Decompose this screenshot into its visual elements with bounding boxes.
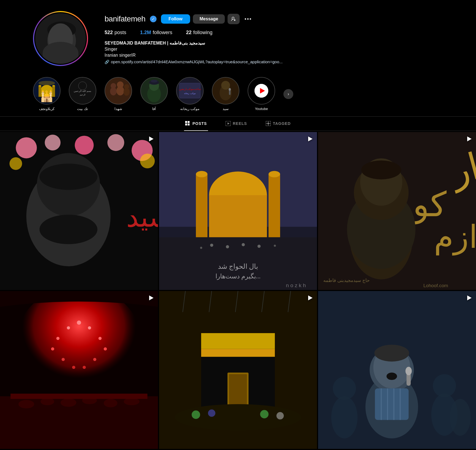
svg-point-89 — [258, 245, 261, 248]
svg-rect-17 — [41, 90, 53, 98]
svg-marker-76 — [149, 136, 154, 141]
svg-point-13 — [247, 18, 248, 20]
tab-posts[interactable]: POSTS — [184, 117, 208, 131]
posts-tab-icon — [185, 121, 190, 126]
svg-point-125 — [61, 398, 76, 407]
highlight-takbeit[interactable]: بسم الله الرحمن الرحیم تك بيت — [69, 77, 96, 111]
following-stat[interactable]: 22 following — [186, 30, 212, 35]
posts-label: posts — [114, 30, 126, 35]
highlight-moukeb[interactable]: ساخت‌موکب‌اربعین موکب ریحانه موكب ريحانه — [176, 77, 204, 111]
post-item-6[interactable] — [318, 291, 476, 449]
highlights-next-button[interactable]: › — [283, 89, 293, 99]
svg-point-33 — [124, 88, 130, 96]
following-label: following — [193, 30, 212, 35]
svg-point-67 — [107, 134, 124, 151]
post-item-2[interactable]: بال الحواج شد بگیرم دست‌هارا... n o z k … — [159, 132, 317, 290]
highlight-label-karbala: کربلاونجف — [39, 107, 54, 111]
svg-text:Lohoof.com: Lohoof.com — [423, 283, 448, 288]
svg-point-9 — [232, 17, 234, 19]
svg-rect-0 — [35, 13, 86, 64]
message-button[interactable]: Message — [193, 14, 225, 24]
svg-rect-52 — [188, 121, 190, 123]
highlight-agha[interactable]: آقا — [140, 77, 168, 111]
highlight-label-seyyed: سيد — [223, 107, 229, 111]
svg-point-124 — [40, 398, 54, 405]
highlight-label-tak: تك بيت — [77, 107, 88, 111]
highlight-label-shohada: شهدا — [114, 107, 122, 111]
post-image-6 — [318, 291, 476, 449]
svg-point-127 — [104, 399, 117, 407]
agha-image — [141, 78, 167, 104]
svg-point-165 — [333, 377, 356, 400]
svg-point-142 — [260, 410, 269, 418]
post-video-indicator-5 — [307, 295, 313, 303]
svg-rect-20 — [52, 86, 55, 98]
tab-reels[interactable]: REELS — [225, 117, 248, 131]
svg-point-117 — [104, 347, 107, 350]
highlight-shohada[interactable]: شهدا — [105, 77, 132, 111]
svg-point-105 — [361, 160, 401, 179]
highlight-seyyed[interactable]: سيد — [212, 77, 239, 111]
bio-name: SEYEDMAJID BANIFATEMEH | سیدمجید بنی‌فاط… — [105, 40, 454, 46]
tab-tagged[interactable]: TAGGED — [265, 117, 292, 131]
svg-point-58 — [267, 123, 269, 124]
svg-point-39 — [151, 80, 157, 83]
svg-point-65 — [45, 135, 61, 150]
svg-point-46 — [221, 81, 230, 90]
tak-image: بسم الله الرحمن الرحیم — [69, 78, 96, 104]
svg-marker-108 — [467, 136, 472, 141]
add-friend-button[interactable] — [228, 14, 240, 24]
svg-text:بال الحواج شد: بال الحواج شد — [218, 263, 258, 271]
verified-icon: ✓ — [152, 17, 155, 21]
svg-point-160 — [374, 345, 409, 361]
bio-role: Singer — [105, 47, 454, 52]
svg-marker-95 — [308, 136, 313, 141]
followers-stat[interactable]: 1.2M followers — [140, 30, 172, 35]
highlight-circle-shohada — [105, 77, 132, 105]
post-item-5[interactable]: بسم الله — [159, 291, 317, 449]
bio-section: SEYEDMAJID BANIFATEMEH | سیدمجید بنی‌فاط… — [105, 40, 454, 64]
svg-point-5 — [51, 46, 73, 58]
svg-point-91 — [274, 245, 276, 247]
svg-rect-129 — [10, 394, 147, 399]
post-video-indicator-2 — [307, 136, 313, 144]
post-video-indicator-6 — [466, 295, 472, 303]
highlight-karbala[interactable]: کربلاونجف — [33, 77, 61, 111]
avatar-wrapper[interactable] — [33, 11, 88, 66]
post-item-3[interactable]: ار کو اندازم حاج سیدمجیدبنی فاطمه Lohoof… — [318, 132, 476, 290]
verified-badge: ✓ — [150, 16, 157, 22]
svg-marker-56 — [228, 122, 229, 125]
following-count: 22 — [186, 30, 192, 35]
post-video-indicator-1 — [148, 136, 154, 144]
profile-header: banifatemeh ✓ Follow Message — [105, 14, 454, 24]
post-item-1[interactable]: سید — [0, 132, 158, 290]
post-item-4[interactable] — [0, 291, 158, 449]
svg-point-86 — [210, 244, 213, 247]
followers-label: followers — [153, 30, 172, 35]
bio-description: Iranian singerIR — [105, 53, 454, 58]
highlight-circle-karbala — [33, 77, 61, 105]
posts-grid: سید — [0, 132, 476, 449]
bio-link[interactable]: 🔗 open.spotify.com/artist/47dnl4EAiw0xmz… — [105, 59, 454, 64]
moukeb-image: ساخت‌موکب‌اربعین موکب ریحانه — [177, 78, 203, 104]
youtube-play-icon — [255, 84, 268, 98]
svg-point-84 — [269, 171, 280, 177]
post-image-1: سید — [0, 132, 158, 290]
svg-point-121 — [83, 366, 86, 369]
svg-point-66 — [75, 136, 94, 155]
video-icon-5 — [307, 295, 313, 301]
svg-rect-81 — [196, 174, 207, 237]
shohada-image — [105, 78, 132, 104]
posts-stat[interactable]: 522 posts — [105, 30, 126, 35]
post-video-indicator-3 — [466, 136, 472, 144]
highlight-youtube[interactable]: Youtube — [248, 77, 275, 111]
more-options-button[interactable] — [242, 17, 253, 21]
svg-point-64 — [16, 137, 37, 158]
svg-rect-18 — [39, 86, 41, 98]
svg-rect-51 — [185, 121, 187, 123]
highlight-circle-seyyed — [212, 77, 239, 105]
avatar — [35, 13, 86, 64]
svg-text:ساخت‌موکب‌اربعین: ساخت‌موکب‌اربعین — [179, 87, 201, 91]
follow-button[interactable]: Follow — [161, 14, 190, 24]
profile-container: banifatemeh ✓ Follow Message — [0, 0, 476, 74]
